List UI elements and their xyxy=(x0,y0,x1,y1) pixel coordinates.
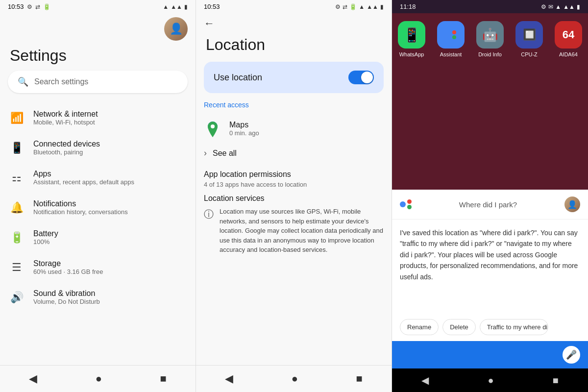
settings-item-network[interactable]: 📶 Network & internet Mobile, Wi-Fi, hots… xyxy=(0,103,196,133)
battery-full-icon: ▮ xyxy=(184,3,188,10)
traffic-button[interactable]: Traffic to my where di xyxy=(480,319,548,335)
assistant-query: Where did I park? xyxy=(417,200,559,209)
see-all-row[interactable]: › See all xyxy=(204,142,384,164)
settings-item-sound[interactable]: 🔊 Sound & vibration Volume, Do Not Distu… xyxy=(0,282,196,312)
settings-item-battery[interactable]: 🔋 Battery 100% xyxy=(0,222,196,252)
mic-icon[interactable]: 🎤 xyxy=(563,346,580,364)
droid-app[interactable]: 🤖 Droid Info xyxy=(476,21,504,57)
location-title: Location xyxy=(196,30,392,62)
battery-title: Battery xyxy=(33,229,58,238)
apps-title: Apps xyxy=(33,170,134,178)
gear-icon-2: ⚙ xyxy=(335,3,341,10)
assistant-icon xyxy=(437,21,465,49)
settings-item-connected[interactable]: 📱 Connected devices Bluetooth, pairing xyxy=(0,133,196,163)
storage-subtitle: 60% used · 3.16 GB free xyxy=(33,268,103,275)
settings-item-text-apps: Apps Assistant, recent apps, default app… xyxy=(33,170,134,186)
home-button-loc[interactable]: ● xyxy=(282,370,308,387)
assistant-logo-dots xyxy=(400,199,412,209)
assistant-panel: 11:18 ⚙ ✉ ▲ ▲▲ ▮ 📱 WhatsApp xyxy=(392,0,588,392)
apps-icon: ⚏ xyxy=(10,172,24,184)
back-button-loc[interactable]: ◀ xyxy=(215,370,243,387)
location-panel: 10:53 ⚙ ⇄ 🔋 ▲ ▲▲ ▮ ← Location Use locati… xyxy=(196,0,392,392)
aida-app[interactable]: 64 AIDA64 xyxy=(555,21,582,57)
battery-icon: 🔋 xyxy=(10,231,24,244)
maps-time: 0 min. ago xyxy=(229,129,259,137)
settings-item-text-network: Network & internet Mobile, Wi-Fi, hotspo… xyxy=(33,110,98,126)
whatsapp-label: WhatsApp xyxy=(399,51,424,57)
maps-icon xyxy=(204,120,221,137)
recent-button-loc[interactable]: ■ xyxy=(346,370,372,387)
assistant-dots xyxy=(446,30,456,39)
mobile-signal-icon: ▲▲ xyxy=(171,3,182,10)
recent-access-title: Recent access xyxy=(204,101,384,109)
app-grid: 📱 WhatsApp Assistant xyxy=(392,13,588,65)
status-bar-left-1: 10:53 ⚙ ⇄ 🔋 xyxy=(8,3,50,10)
signal-icon-3: ▲▲ xyxy=(563,3,575,10)
droid-label: Droid Info xyxy=(478,51,502,57)
location-content: Recent access Maps 0 min. ago › See all xyxy=(196,101,392,365)
recent-button-1[interactable]: ■ xyxy=(150,370,176,387)
apps-subtitle: Assistant, recent apps, default apps xyxy=(33,178,134,186)
home-button-1[interactable]: ● xyxy=(86,370,112,387)
back-button-3[interactable]: ◀ xyxy=(412,372,439,388)
assistant-header: Where did I park? 👤 xyxy=(392,190,588,220)
sound-title: Sound & vibration xyxy=(33,289,100,298)
chevron-right-icon: › xyxy=(204,148,207,158)
maps-app-text: Maps 0 min. ago xyxy=(229,121,259,137)
settings-list: 📶 Network & internet Mobile, Wi-Fi, hots… xyxy=(0,101,196,365)
settings-item-text-connected: Connected devices Bluetooth, pairing xyxy=(33,140,100,156)
info-icon: ⓘ xyxy=(204,208,214,221)
recent-button-3[interactable]: ■ xyxy=(543,373,568,388)
maps-name: Maps xyxy=(229,121,259,129)
home-button-3[interactable]: ● xyxy=(478,373,503,388)
share-status-icon: ⇄ xyxy=(35,3,40,10)
search-input[interactable]: Search settings xyxy=(34,77,88,86)
back-button-2[interactable]: ← xyxy=(204,17,215,30)
cpuz-icon: 🔲 xyxy=(515,21,543,49)
app-permissions-title: App location permissions xyxy=(204,170,384,179)
aida-icon: 64 xyxy=(555,21,582,49)
settings-item-notifications[interactable]: 🔔 Notifications Notification history, co… xyxy=(0,193,196,222)
droid-icon: 🤖 xyxy=(476,21,504,49)
home-screen: 📱 WhatsApp Assistant xyxy=(392,13,588,190)
whatsapp-app[interactable]: 📱 WhatsApp xyxy=(398,21,425,57)
use-location-card[interactable]: Use location xyxy=(204,62,384,93)
share-icon-2: ⇄ xyxy=(343,3,347,10)
assistant-logo xyxy=(400,199,412,209)
network-title: Network & internet xyxy=(33,110,98,119)
network-subtitle: Mobile, Wi-Fi, hotspot xyxy=(33,119,98,126)
settings-status-icon: ⚙ xyxy=(27,3,32,10)
cpuz-app[interactable]: 🔲 CPU-Z xyxy=(515,21,543,57)
nav-bar-2: ◀ ● ■ xyxy=(196,365,392,392)
wifi-icon-3: ▲ xyxy=(555,3,561,10)
avatar[interactable]: 👤 xyxy=(164,17,188,41)
status-bar-1: 10:53 ⚙ ⇄ 🔋 ▲ ▲▲ ▮ xyxy=(0,0,196,13)
settings-item-text-sound: Sound & vibration Volume, Do Not Disturb xyxy=(33,289,100,305)
settings-item-apps[interactable]: ⚏ Apps Assistant, recent apps, default a… xyxy=(0,163,196,193)
battery-icon-2: 🔋 xyxy=(349,3,357,10)
wifi-signal-icon: ▲ xyxy=(163,3,169,10)
storage-icon: ☰ xyxy=(10,261,24,274)
settings-header: 👤 xyxy=(0,13,196,43)
location-info-text: Location may use sources like GPS, Wi-Fi… xyxy=(220,207,384,255)
settings-item-storage[interactable]: ☰ Storage 60% used · 3.16 GB free xyxy=(0,252,196,282)
delete-button[interactable]: Delete xyxy=(442,319,476,335)
search-bar[interactable]: 🔍 Search settings xyxy=(8,71,188,93)
battery-status-icon: 🔋 xyxy=(43,3,50,10)
rename-button[interactable]: Rename xyxy=(400,319,439,335)
location-toggle[interactable] xyxy=(348,71,374,84)
assistant-app[interactable]: Assistant xyxy=(437,21,465,57)
maps-app-item[interactable]: Maps 0 min. ago xyxy=(204,115,384,142)
back-button-1[interactable]: ◀ xyxy=(19,370,47,387)
assistant-card: Where did I park? 👤 I've saved this loca… xyxy=(392,190,588,368)
location-toolbar: ← xyxy=(196,13,392,30)
location-services-title: Location services xyxy=(204,194,384,203)
wifi-icon: 📶 xyxy=(10,112,24,124)
assistant-actions: Rename Delete Traffic to my where di xyxy=(392,315,588,341)
storage-title: Storage xyxy=(33,259,103,268)
connected-title: Connected devices xyxy=(33,140,100,148)
nav-bar-1: ◀ ● ■ xyxy=(0,365,196,392)
signal-icon-2: ▲▲ xyxy=(367,3,378,10)
sound-subtitle: Volume, Do Not Disturb xyxy=(33,298,100,305)
msg-icon-3: ✉ xyxy=(548,3,553,10)
